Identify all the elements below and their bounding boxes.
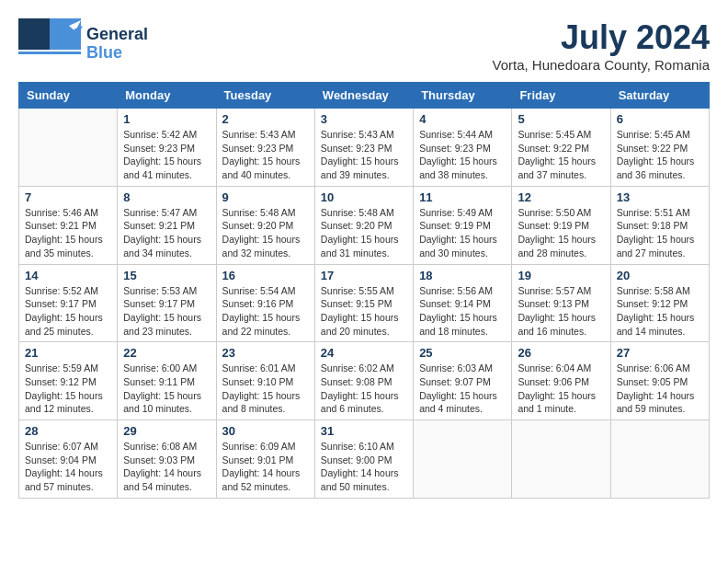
day-info: Sunrise: 5:42 AM Sunset: 9:23 PM Dayligh…	[123, 128, 210, 182]
daylight-text: Daylight: 15 hours and 28 minutes.	[518, 234, 596, 259]
sunrise-text: Sunrise: 5:51 AM	[617, 207, 690, 218]
sunset-text: Sunset: 9:16 PM	[222, 298, 294, 309]
daylight-text: Daylight: 15 hours and 27 minutes.	[617, 234, 695, 259]
sunset-text: Sunset: 9:05 PM	[617, 376, 688, 387]
day-number: 5	[518, 112, 604, 126]
sunrise-text: Sunrise: 5:53 AM	[123, 285, 197, 296]
sunset-text: Sunset: 9:22 PM	[518, 143, 589, 154]
sunrise-text: Sunrise: 6:01 AM	[222, 362, 296, 373]
day-number: 3	[321, 112, 407, 126]
sunrise-text: Sunrise: 6:09 AM	[222, 441, 296, 452]
day-info: Sunrise: 5:48 AM Sunset: 9:20 PM Dayligh…	[321, 206, 407, 260]
sunset-text: Sunset: 9:00 PM	[321, 454, 392, 465]
sunrise-text: Sunrise: 6:10 AM	[321, 441, 394, 452]
sunrise-text: Sunrise: 6:00 AM	[123, 362, 197, 373]
daylight-text: Daylight: 15 hours and 39 minutes.	[321, 155, 399, 180]
calendar-cell: 16 Sunrise: 5:54 AM Sunset: 9:16 PM Dayl…	[216, 264, 314, 342]
calendar-cell	[512, 420, 610, 499]
daylight-text: Daylight: 14 hours and 54 minutes.	[123, 467, 201, 492]
daylight-text: Daylight: 15 hours and 22 minutes.	[222, 312, 301, 337]
day-info: Sunrise: 5:49 AM Sunset: 9:19 PM Dayligh…	[419, 206, 506, 260]
calendar-week-row: 1 Sunrise: 5:42 AM Sunset: 9:23 PM Dayli…	[19, 109, 710, 187]
calendar-cell: 17 Sunrise: 5:55 AM Sunset: 9:15 PM Dayl…	[314, 264, 413, 342]
page-header: General Blue July 2024 Vorta, Hunedoara …	[18, 18, 710, 73]
day-number: 18	[419, 269, 506, 282]
daylight-text: Daylight: 15 hours and 25 minutes.	[25, 312, 103, 337]
sunrise-text: Sunrise: 6:06 AM	[617, 362, 690, 373]
calendar-cell	[414, 420, 512, 499]
calendar-cell: 2 Sunrise: 5:43 AM Sunset: 9:23 PM Dayli…	[216, 109, 314, 187]
header-saturday: Saturday	[610, 83, 709, 109]
daylight-text: Daylight: 14 hours and 59 minutes.	[617, 390, 695, 415]
daylight-text: Daylight: 15 hours and 37 minutes.	[518, 155, 596, 180]
daylight-text: Daylight: 15 hours and 20 minutes.	[321, 312, 399, 337]
sunrise-text: Sunrise: 6:02 AM	[321, 362, 394, 373]
day-number: 8	[123, 190, 210, 204]
calendar-cell: 10 Sunrise: 5:48 AM Sunset: 9:20 PM Dayl…	[314, 186, 413, 264]
calendar-cell: 29 Sunrise: 6:08 AM Sunset: 9:03 PM Dayl…	[118, 420, 216, 499]
sunrise-text: Sunrise: 5:45 AM	[617, 129, 690, 140]
sunset-text: Sunset: 9:21 PM	[25, 220, 97, 231]
logo-text-blue: Blue	[86, 43, 122, 62]
sunset-text: Sunset: 9:11 PM	[123, 376, 195, 387]
sunset-text: Sunset: 9:10 PM	[222, 376, 294, 387]
daylight-text: Daylight: 15 hours and 40 minutes.	[222, 155, 301, 180]
sunset-text: Sunset: 9:22 PM	[617, 143, 688, 154]
sunrise-text: Sunrise: 5:48 AM	[321, 207, 394, 218]
calendar-cell: 22 Sunrise: 6:00 AM Sunset: 9:11 PM Dayl…	[118, 342, 216, 420]
sunset-text: Sunset: 9:19 PM	[419, 220, 491, 231]
calendar-cell: 15 Sunrise: 5:53 AM Sunset: 9:17 PM Dayl…	[118, 264, 216, 342]
day-number: 19	[518, 269, 604, 282]
day-number: 23	[222, 346, 309, 360]
day-info: Sunrise: 5:45 AM Sunset: 9:22 PM Dayligh…	[617, 128, 703, 182]
day-number: 29	[123, 424, 210, 438]
calendar-cell: 13 Sunrise: 5:51 AM Sunset: 9:18 PM Dayl…	[610, 186, 709, 264]
header-wednesday: Wednesday	[314, 83, 413, 109]
daylight-text: Daylight: 15 hours and 16 minutes.	[518, 312, 596, 337]
sunset-text: Sunset: 9:23 PM	[222, 143, 294, 154]
sunrise-text: Sunrise: 5:44 AM	[419, 129, 493, 140]
sunrise-text: Sunrise: 5:55 AM	[321, 285, 394, 296]
header-thursday: Thursday	[414, 83, 512, 109]
day-number: 15	[123, 269, 210, 282]
logo-text-general: General	[86, 25, 148, 43]
day-info: Sunrise: 5:46 AM Sunset: 9:21 PM Dayligh…	[25, 206, 111, 260]
day-info: Sunrise: 6:07 AM Sunset: 9:04 PM Dayligh…	[25, 440, 111, 494]
sunrise-text: Sunrise: 5:56 AM	[419, 285, 493, 296]
calendar-cell: 24 Sunrise: 6:02 AM Sunset: 9:08 PM Dayl…	[314, 342, 413, 420]
sunset-text: Sunset: 9:03 PM	[123, 454, 195, 465]
sunrise-text: Sunrise: 5:58 AM	[617, 285, 690, 296]
sunrise-text: Sunrise: 5:57 AM	[518, 285, 591, 296]
calendar-cell: 26 Sunrise: 6:04 AM Sunset: 9:06 PM Dayl…	[512, 342, 610, 420]
day-info: Sunrise: 5:52 AM Sunset: 9:17 PM Dayligh…	[25, 284, 111, 339]
day-number: 16	[222, 269, 309, 282]
day-number: 10	[321, 190, 407, 204]
calendar-cell	[610, 420, 709, 499]
day-number: 13	[617, 190, 703, 204]
header-sunday: Sunday	[19, 83, 118, 109]
day-info: Sunrise: 5:48 AM Sunset: 9:20 PM Dayligh…	[222, 206, 309, 260]
sunset-text: Sunset: 9:07 PM	[419, 376, 491, 387]
day-number: 25	[419, 346, 506, 360]
daylight-text: Daylight: 15 hours and 1 minute.	[518, 390, 596, 415]
day-info: Sunrise: 5:56 AM Sunset: 9:14 PM Dayligh…	[419, 284, 506, 339]
day-info: Sunrise: 6:01 AM Sunset: 9:10 PM Dayligh…	[222, 362, 309, 416]
calendar-cell: 31 Sunrise: 6:10 AM Sunset: 9:00 PM Dayl…	[314, 420, 413, 499]
calendar-cell: 18 Sunrise: 5:56 AM Sunset: 9:14 PM Dayl…	[414, 264, 512, 342]
day-number: 14	[25, 269, 111, 282]
sunrise-text: Sunrise: 5:52 AM	[25, 285, 98, 296]
sunset-text: Sunset: 9:08 PM	[321, 376, 392, 387]
sunrise-text: Sunrise: 5:59 AM	[25, 362, 98, 373]
sunrise-text: Sunrise: 5:43 AM	[222, 129, 296, 140]
day-number: 17	[321, 269, 407, 282]
daylight-text: Daylight: 15 hours and 31 minutes.	[321, 234, 399, 259]
sunset-text: Sunset: 9:17 PM	[25, 298, 97, 309]
logo: General Blue	[18, 18, 148, 69]
sunrise-text: Sunrise: 6:08 AM	[123, 441, 197, 452]
sunset-text: Sunset: 9:20 PM	[222, 220, 294, 231]
day-info: Sunrise: 6:09 AM Sunset: 9:01 PM Dayligh…	[222, 440, 309, 494]
day-info: Sunrise: 5:54 AM Sunset: 9:16 PM Dayligh…	[222, 284, 309, 339]
daylight-text: Daylight: 15 hours and 32 minutes.	[222, 234, 301, 259]
calendar-week-row: 21 Sunrise: 5:59 AM Sunset: 9:12 PM Dayl…	[19, 342, 710, 420]
day-number: 1	[123, 112, 210, 126]
